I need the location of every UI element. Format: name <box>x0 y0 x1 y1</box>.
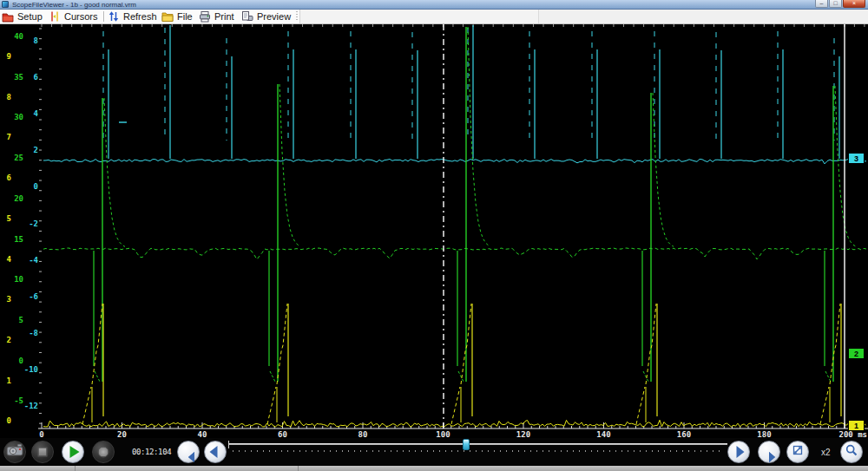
y-axis-label-ch3-cyan: 0 <box>17 182 38 191</box>
menu-item-label: File <box>177 11 193 22</box>
slider-tick <box>451 450 452 452</box>
camera-icon <box>6 443 23 461</box>
step-back-button[interactable] <box>204 441 227 463</box>
waveform-ch2-baseline <box>43 248 866 259</box>
fit-view-button[interactable] <box>786 441 809 463</box>
slider-tick <box>263 450 264 452</box>
slider-tick <box>233 450 233 452</box>
slider-tick <box>621 450 622 452</box>
close-button[interactable]: × <box>843 0 865 8</box>
waveform-ch2-decay <box>835 86 856 246</box>
y-axis-label-ch2-green: 20 <box>3 194 23 203</box>
slider-tick <box>312 450 312 452</box>
slider-tick <box>719 450 720 452</box>
slider-tick <box>555 450 556 452</box>
slider-tick <box>415 450 416 452</box>
slider-tick <box>536 450 537 452</box>
menu-item-file[interactable]: File <box>161 10 193 23</box>
bottom-strip <box>0 466 868 471</box>
slider-tick <box>409 450 410 452</box>
slider-tick <box>391 450 391 452</box>
transport-bar: 00:12:104 x2 <box>0 438 868 466</box>
y-axis-label-ch3-cyan: -12 <box>17 402 38 410</box>
y-axis-label-ch3-cyan: 6 <box>17 73 38 82</box>
waveform-ch1-ramp2 <box>830 304 840 384</box>
step-forward-button[interactable] <box>727 441 750 463</box>
slider-tick <box>676 450 677 452</box>
waveform-ch2-decay <box>279 84 300 246</box>
menu-item-refresh[interactable]: Refresh <box>108 10 157 23</box>
waveform-ch2-drop-dashes <box>95 371 100 382</box>
minimize-button[interactable]: – <box>815 0 828 8</box>
slider-tick <box>330 450 331 452</box>
y-axis-label-ch1-yellow: 1 <box>0 376 11 385</box>
y-axis-label-ch3-cyan: 2 <box>17 146 38 154</box>
maximize-button[interactable]: □ <box>829 0 842 8</box>
waveform-ch1-baseline <box>43 420 866 427</box>
slider-thumb[interactable] <box>463 439 470 450</box>
menu-item-cursors[interactable]: Cursors <box>49 10 98 23</box>
app-window: ScopeFileViewer - 1b - good normal.vrm –… <box>0 0 868 471</box>
slider-tick <box>354 450 355 452</box>
slider-tick <box>628 450 628 452</box>
slider-tick <box>682 450 683 452</box>
slider-tick <box>427 450 428 452</box>
stop-button[interactable] <box>31 441 54 463</box>
slider-tick <box>470 450 470 452</box>
zoom-button[interactable] <box>840 441 863 463</box>
channel-badge-3[interactable]: 3 <box>848 153 865 164</box>
slider-tick <box>506 450 507 452</box>
menu-item-print[interactable]: Print <box>199 10 234 23</box>
waveform-ch2-drop-dashes <box>643 371 648 382</box>
fit-view-icon <box>792 444 804 460</box>
slider-tick <box>658 450 659 452</box>
slider-tick <box>700 450 701 452</box>
y-axis-label-ch1-yellow: 8 <box>0 93 11 101</box>
y-axis-label-ch1-yellow: 7 <box>0 133 11 141</box>
zoom-level-label: x2 <box>821 448 831 457</box>
y-axis-label-ch3-cyan: -4 <box>17 256 38 265</box>
y-axis-label-ch2-green: 5 <box>3 316 23 324</box>
waveform-canvas <box>0 24 868 438</box>
slider-tick <box>251 450 252 452</box>
waveform-ch1-ramp1 <box>451 387 460 424</box>
y-axis-label-ch2-green: 10 <box>3 275 23 284</box>
camera-button[interactable] <box>3 441 26 463</box>
timeline-slider[interactable] <box>229 443 727 445</box>
record-button[interactable] <box>92 441 115 463</box>
slider-tick <box>707 450 707 452</box>
slider-tick <box>464 450 464 452</box>
slider-tick <box>433 450 434 452</box>
menu-item-setup[interactable]: Setup <box>2 10 43 23</box>
cursors-icon <box>49 10 61 23</box>
slider-tick <box>579 450 580 452</box>
slider-tick <box>269 450 270 452</box>
toolbar: Setup Cursors Refresh File Print <box>0 10 868 24</box>
slider-tick <box>597 450 598 452</box>
slider-tick <box>640 450 641 452</box>
y-axis-label-ch3-cyan: -10 <box>17 365 38 374</box>
slider-tick <box>299 450 300 452</box>
rewind-to-start-button[interactable] <box>177 441 200 463</box>
y-axis-label-ch3-cyan: -6 <box>17 292 38 301</box>
waveform-ch2-drop-dashes <box>825 371 831 382</box>
slider-tick <box>397 450 398 452</box>
slider-tick <box>688 450 689 452</box>
play-button[interactable] <box>62 441 84 463</box>
slider-tick <box>494 450 495 452</box>
slider-tick <box>585 450 586 452</box>
slider-tick <box>366 450 367 452</box>
fast-forward-button[interactable] <box>758 441 780 463</box>
y-axis-label-ch1-yellow: 0 <box>0 416 11 425</box>
refresh-arrows-icon <box>108 10 120 23</box>
channel-badge-2[interactable]: 2 <box>848 348 865 359</box>
step-forward-icon <box>737 446 745 458</box>
slider-tick <box>542 450 543 452</box>
slider-tick <box>257 450 258 452</box>
menu-item-preview[interactable]: Preview <box>241 10 291 23</box>
slider-tick <box>360 450 361 452</box>
slider-tick <box>567 450 568 452</box>
slider-tick <box>646 450 647 452</box>
slider-tick <box>421 450 422 452</box>
slider-tick <box>670 450 671 452</box>
